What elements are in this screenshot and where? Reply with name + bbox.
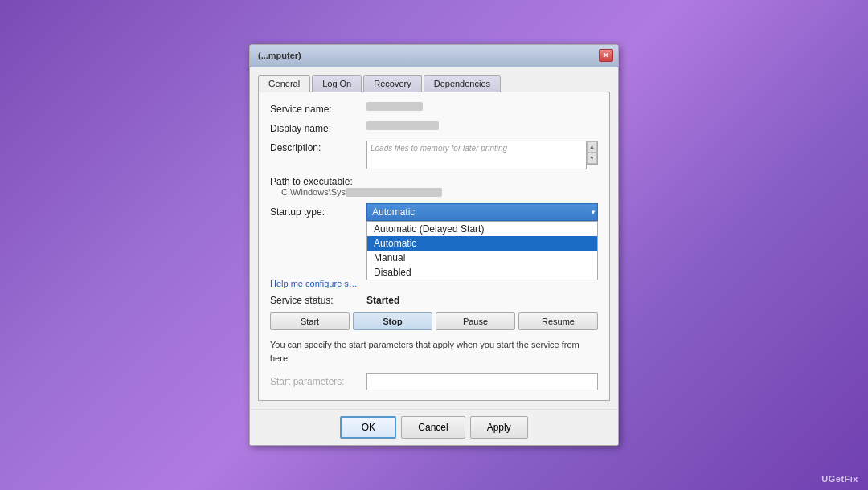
service-status-row: Service status: Started: [270, 295, 598, 306]
cancel-button[interactable]: Cancel: [401, 416, 465, 439]
startup-type-select[interactable]: Automatic ▼: [366, 203, 598, 221]
description-scrollbar: ▲ ▼: [587, 141, 598, 165]
tab-row: General Log On Recovery Dependencies: [258, 74, 610, 92]
resume-button[interactable]: Resume: [518, 312, 598, 330]
startup-type-row: Startup type: Automatic ▼ Automatic (Del…: [270, 203, 598, 221]
title-bar: (...mputer) ✕: [250, 45, 618, 67]
apply-button[interactable]: Apply: [470, 416, 528, 439]
startup-type-dropdown-container: Automatic ▼ Automatic (Delayed Start) Au…: [366, 203, 598, 221]
description-label: Description:: [270, 141, 366, 153]
dialog-content: General Log On Recovery Dependencies Ser…: [250, 67, 618, 410]
tab-logon[interactable]: Log On: [312, 75, 362, 92]
dropdown-option-delayed[interactable]: Automatic (Delayed Start): [367, 222, 597, 236]
dropdown-arrow-icon: ▼: [590, 209, 596, 216]
title-buttons: ✕: [599, 49, 613, 62]
tab-general[interactable]: General: [258, 75, 310, 92]
dropdown-option-automatic[interactable]: Automatic: [367, 236, 597, 251]
description-box: Loads files to memory for later printing…: [366, 141, 598, 169]
service-status-label: Service status:: [270, 295, 366, 306]
startup-type-selected: Automatic: [372, 206, 415, 218]
dialog-footer: OK Cancel Apply: [250, 409, 618, 445]
tab-general-content: Service name: Display name: Description:…: [258, 92, 610, 402]
scrollbar-down[interactable]: ▼: [587, 153, 597, 164]
close-button[interactable]: ✕: [599, 49, 613, 62]
startup-type-dropdown-list: Automatic (Delayed Start) Automatic Manu…: [366, 221, 598, 280]
window-title: (...mputer): [258, 51, 301, 60]
service-name-row: Service name:: [270, 102, 598, 115]
info-text: You can specify the start parameters tha…: [270, 338, 598, 365]
start-params-row: Start parameters:: [270, 373, 598, 390]
service-properties-dialog: (...mputer) ✕ General Log On Recovery De…: [249, 44, 619, 447]
ok-button[interactable]: OK: [340, 416, 396, 439]
description-row: Description: Loads files to memory for l…: [270, 141, 598, 169]
watermark: UGetFix: [821, 474, 858, 484]
service-buttons: Start Stop Pause Resume: [270, 312, 598, 330]
start-params-input[interactable]: [366, 373, 598, 390]
display-name-value: [366, 121, 439, 130]
display-name-row: Display name:: [270, 121, 598, 134]
display-name-label: Display name:: [270, 121, 366, 134]
tab-dependencies[interactable]: Dependencies: [424, 75, 501, 92]
service-status-value: Started: [366, 295, 399, 306]
path-value: C:\Windows\Sys: [270, 187, 598, 198]
scrollbar-up[interactable]: ▲: [587, 141, 597, 153]
service-name-value: [366, 102, 423, 111]
dropdown-option-manual[interactable]: Manual: [367, 251, 597, 265]
service-name-label: Service name:: [270, 102, 366, 115]
description-textarea[interactable]: Loads files to memory for later printing: [366, 141, 587, 169]
stop-button[interactable]: Stop: [353, 312, 432, 330]
path-label: Path to executable:: [270, 174, 353, 187]
startup-type-label: Startup type:: [270, 206, 366, 218]
dropdown-option-disabled[interactable]: Disabled: [367, 265, 597, 280]
description-text: Loads files to memory for later printing: [371, 144, 507, 153]
path-section: Path to executable: C:\Windows\Sys: [270, 176, 598, 198]
start-button[interactable]: Start: [270, 312, 350, 330]
tab-recovery[interactable]: Recovery: [363, 75, 421, 92]
pause-button[interactable]: Pause: [436, 312, 515, 330]
start-params-label: Start parameters:: [270, 376, 366, 387]
